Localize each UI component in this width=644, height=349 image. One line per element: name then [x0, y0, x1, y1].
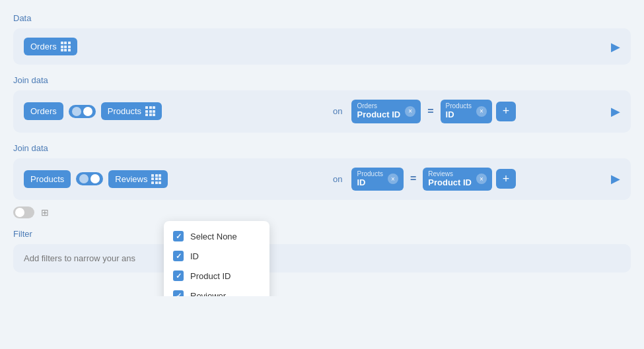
join-toggle-2[interactable]: [76, 172, 103, 185]
column-dropdown: Select None ID Product ID Reviewer Ratin…: [164, 221, 269, 296]
checkbox-reviewer[interactable]: [173, 290, 184, 296]
right-join-chip-1-value: ID: [446, 110, 472, 120]
join-data-1-label: Join data: [13, 75, 631, 85]
left-join-chip-2-content: Products ID: [357, 171, 382, 188]
checkbox-id[interactable]: [173, 251, 184, 261]
orders-chip-1[interactable]: Orders: [24, 38, 77, 55]
dropdown-item-product-id[interactable]: Product ID: [164, 266, 269, 286]
right-join-chip-1[interactable]: Products ID ×: [441, 100, 492, 123]
join-data-1-left: Orders Products: [24, 102, 328, 120]
reviews-chip[interactable]: Reviews: [108, 170, 168, 188]
products-chip-2[interactable]: Products: [24, 170, 71, 188]
join-data-2-left: Products Reviews: [24, 170, 328, 188]
filter-label: Filter: [13, 229, 631, 239]
join-data-section-2: Join data Products Reviews: [13, 143, 631, 219]
right-join-chip-2-value: Product ID: [428, 177, 472, 188]
join-data-2-full-row: Products Reviews on: [24, 168, 620, 191]
right-join-chip-2-title: Reviews: [428, 171, 472, 177]
dropdown-item-reviewer-label: Reviewer: [190, 291, 226, 297]
reviews-chip-label: Reviews: [115, 174, 147, 184]
equals-1: =: [427, 106, 433, 117]
data-row: Orders ▶: [13, 28, 631, 65]
grid-icon-3: [151, 174, 161, 184]
toggle-circle-left-2: [79, 174, 89, 183]
join-data-1-arrow[interactable]: ▶: [611, 104, 620, 119]
add-join-btn-2[interactable]: +: [496, 169, 516, 189]
filter-section: Filter: [13, 229, 631, 272]
join-data-1-full-row: Orders Products on: [24, 100, 620, 123]
on-label-2: on: [333, 174, 342, 184]
right-join-close-2[interactable]: ×: [476, 174, 487, 184]
dropdown-item-product-id-label: Product ID: [190, 271, 231, 281]
checkbox-product-id[interactable]: [173, 270, 184, 281]
products-chip-1[interactable]: Products: [101, 102, 162, 120]
join-data-2-row: Products Reviews on: [13, 158, 631, 201]
join-data-2-arrow[interactable]: ▶: [611, 172, 620, 186]
left-join-close-2[interactable]: ×: [388, 174, 398, 184]
dropdown-item-id-label: ID: [190, 251, 199, 261]
right-join-chip-1-content: Products ID: [446, 103, 472, 120]
data-section: Data Orders ▶: [13, 13, 631, 65]
equals-2: =: [410, 173, 416, 185]
toggle-circle-left-1: [72, 107, 81, 116]
settings-grid-icon[interactable]: ⊞: [41, 207, 49, 218]
left-join-chip-1-value: Product ID: [357, 110, 400, 120]
join-data-2-right: on Products ID × = Reviews Product ID ×: [328, 168, 620, 191]
data-section-label: Data: [13, 13, 631, 23]
checkbox-select-none[interactable]: [173, 231, 184, 241]
left-join-chip-2-title: Products: [357, 171, 382, 177]
products-chip-1-label: Products: [108, 106, 141, 116]
filter-input[interactable]: [24, 253, 620, 263]
bottom-icons-row: ⊞: [13, 206, 631, 218]
add-join-btn-1[interactable]: +: [496, 102, 516, 121]
products-chip-2-label: Products: [30, 174, 64, 184]
join-data-2-label: Join data: [13, 143, 631, 153]
mini-toggle[interactable]: [13, 206, 34, 218]
right-join-chip-2[interactable]: Reviews Product ID ×: [423, 168, 492, 191]
on-label-1: on: [333, 106, 342, 116]
join-data-1-right: on Orders Product ID × = Products ID ×: [328, 100, 620, 123]
mini-toggle-circle: [15, 208, 24, 217]
toggle-circle-right-2: [90, 174, 100, 183]
left-join-close-1[interactable]: ×: [405, 106, 415, 117]
grid-icon-1: [61, 42, 71, 51]
right-join-chip-1-title: Products: [446, 103, 472, 110]
join-toggle-1[interactable]: [69, 105, 96, 118]
dropdown-item-reviewer[interactable]: Reviewer: [164, 286, 269, 296]
dropdown-item-select-none[interactable]: Select None: [164, 226, 269, 246]
toggle-circle-right-1: [83, 107, 92, 116]
join-data-1-row: Orders Products on: [13, 90, 631, 133]
left-join-chip-2[interactable]: Products ID ×: [351, 168, 403, 191]
grid-icon-2: [145, 106, 155, 116]
left-join-chip-1[interactable]: Orders Product ID ×: [351, 100, 421, 123]
orders-chip-1-label: Orders: [30, 42, 57, 51]
right-join-chip-2-content: Reviews Product ID: [428, 171, 472, 188]
left-join-chip-1-content: Orders Product ID: [357, 103, 400, 120]
filter-box: [13, 244, 631, 272]
dropdown-item-id[interactable]: ID: [164, 246, 269, 266]
data-arrow[interactable]: ▶: [611, 40, 620, 54]
join-data-section-1: Join data Orders Products: [13, 75, 631, 133]
left-join-chip-1-title: Orders: [357, 103, 400, 110]
right-join-close-1[interactable]: ×: [476, 106, 487, 117]
orders-chip-2-label: Orders: [30, 106, 57, 116]
orders-chip-2[interactable]: Orders: [24, 102, 63, 120]
dropdown-item-select-none-label: Select None: [190, 232, 237, 241]
left-join-chip-2-value: ID: [357, 177, 382, 188]
